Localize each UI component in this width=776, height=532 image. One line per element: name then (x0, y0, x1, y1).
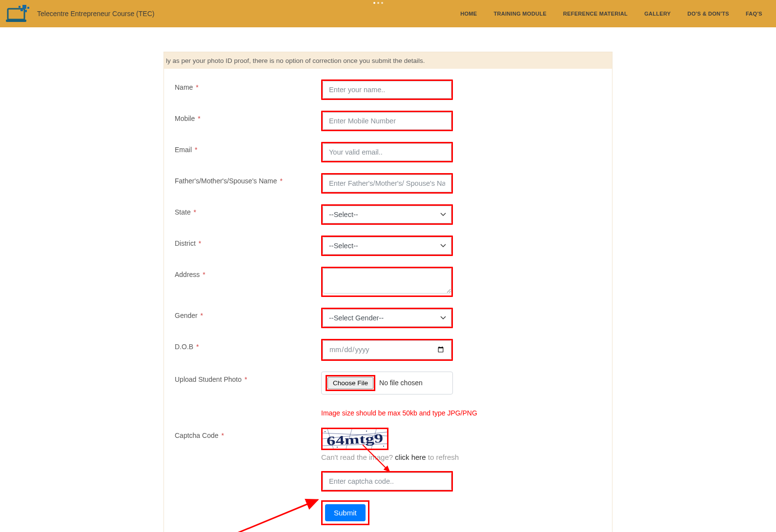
email-input[interactable] (323, 143, 451, 161)
required-indicator: * (196, 115, 200, 122)
required-indicator: * (194, 343, 199, 351)
carousel-dots (373, 2, 383, 4)
svg-point-16 (383, 446, 384, 447)
mobile-input[interactable] (323, 112, 451, 130)
notice-marquee: ly as per your photo ID proof, there is … (164, 52, 612, 69)
captcha-label: Captcha Code (175, 432, 219, 439)
guardian-name-label: Father's/Mother's/Spouse's Name (175, 177, 277, 185)
state-select[interactable]: --Select-- (323, 206, 451, 223)
nav-dos-donts[interactable]: DO'S & DON'TS (687, 11, 729, 17)
nav-reference-material[interactable]: REFERENCE MATERIAL (563, 11, 628, 17)
gender-label: Gender (175, 312, 198, 319)
svg-point-18 (366, 431, 367, 432)
nav-faqs[interactable]: FAQ'S (746, 11, 762, 17)
required-indicator: * (194, 83, 198, 91)
nav-gallery[interactable]: GALLERY (644, 11, 671, 17)
registration-form-panel: ly as per your photo ID proof, there is … (163, 52, 613, 532)
dob-label: D.O.B (175, 343, 193, 351)
svg-point-15 (325, 431, 326, 432)
captcha-help-text: Can't read the image? click here to refr… (321, 453, 459, 461)
submit-button[interactable]: Submit (325, 504, 366, 521)
main-nav: HOME TRAINING MODULE REFERENCE MATERIAL … (460, 11, 770, 17)
required-indicator: * (197, 239, 201, 247)
photo-label: Upload Student Photo (175, 375, 242, 383)
svg-text:64mtg9: 64mtg9 (326, 431, 383, 448)
address-label: Address (175, 271, 200, 278)
svg-rect-6 (27, 7, 29, 9)
svg-rect-2 (22, 5, 26, 9)
required-indicator: * (192, 208, 196, 216)
district-select[interactable]: --Select-- (323, 237, 451, 255)
nav-home[interactable]: HOME (460, 11, 477, 17)
required-indicator: * (220, 432, 224, 439)
no-file-text: No file chosen (379, 379, 423, 387)
logo-wrap: Telecentre Entrepreneur Course (TEC) (6, 4, 154, 23)
svg-rect-4 (24, 10, 27, 12)
email-label: Email (175, 146, 192, 154)
name-label: Name (175, 83, 193, 91)
district-label: District (175, 239, 196, 247)
mobile-label: Mobile (175, 115, 195, 122)
required-indicator: * (193, 146, 197, 154)
svg-rect-3 (20, 9, 23, 11)
site-title: Telecentre Entrepreneur Course (TEC) (37, 10, 154, 18)
logo-icon (6, 4, 33, 23)
dob-input[interactable] (323, 340, 451, 359)
required-indicator: * (278, 177, 283, 185)
nav-training-module[interactable]: TRAINING MODULE (493, 11, 546, 17)
guardian-name-input[interactable] (323, 175, 451, 192)
required-indicator: * (243, 375, 247, 383)
svg-point-17 (337, 447, 338, 448)
address-input[interactable] (323, 268, 451, 294)
captcha-image: 64mtg9 (321, 428, 388, 450)
choose-file-button[interactable]: Choose File (327, 377, 373, 389)
svg-rect-1 (6, 20, 26, 22)
state-label: State (175, 208, 191, 216)
required-indicator: * (201, 271, 205, 278)
site-header: Telecentre Entrepreneur Course (TEC) HOM… (0, 0, 776, 27)
photo-file-field[interactable]: Choose File No file chosen (321, 372, 453, 394)
captcha-refresh-link[interactable]: click here (395, 453, 426, 461)
name-input[interactable] (323, 81, 451, 99)
captcha-input[interactable] (323, 473, 451, 490)
gender-select[interactable]: --Select Gender-- (323, 309, 451, 327)
photo-size-note: Image size should be max 50kb and type J… (321, 409, 477, 417)
svg-rect-5 (19, 6, 20, 8)
required-indicator: * (199, 312, 203, 319)
